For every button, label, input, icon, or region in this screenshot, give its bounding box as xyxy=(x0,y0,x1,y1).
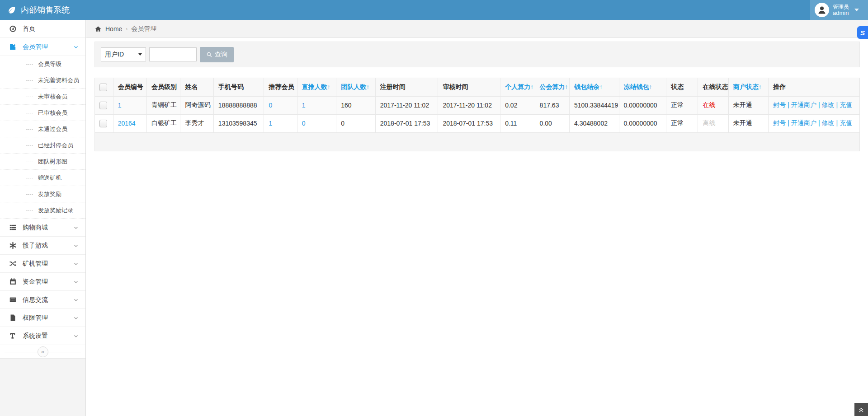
sidebar-subitem-grant-reward[interactable]: 发放奖励 xyxy=(0,186,85,202)
cell-team-count: 0 xyxy=(336,114,375,132)
action-separator: | xyxy=(836,101,838,108)
column-header-guild-power[interactable]: 公会算力↑ xyxy=(535,78,569,96)
action-link-1[interactable]: 开通商户 xyxy=(791,101,816,108)
select-caret-icon xyxy=(138,53,142,56)
action-link-0[interactable]: 封号 xyxy=(773,101,786,108)
sidebar-subitem-audited-members[interactable]: 已审核会员 xyxy=(0,105,85,121)
action-link-0[interactable]: 封号 xyxy=(773,119,786,126)
search-type-select[interactable]: 用户ID xyxy=(101,47,146,61)
cell-member-id: 1 xyxy=(113,96,146,114)
double-chevron-up-icon xyxy=(858,407,864,413)
cell-register-time: 2018-07-01 17:53 xyxy=(375,114,438,132)
column-header-frozen-wallet[interactable]: 冻结钱包↑ xyxy=(619,78,666,96)
action-separator: | xyxy=(818,119,820,126)
cell-phone: 18888888888 xyxy=(213,96,264,114)
action-separator: | xyxy=(788,119,789,126)
row-checkbox[interactable] xyxy=(99,120,107,127)
row-checkbox[interactable] xyxy=(99,102,107,109)
sidebar-item-label: 权限管理 xyxy=(23,314,48,322)
sidebar-item-label: 购物商城 xyxy=(23,224,48,232)
cell-audit-time: 2017-11-20 11:02 xyxy=(438,96,500,114)
direct-count-link[interactable]: 1 xyxy=(302,102,306,109)
cell-status: 正常 xyxy=(666,96,698,114)
shuffle-icon xyxy=(9,260,17,267)
column-header-checkbox[interactable] xyxy=(95,78,113,96)
breadcrumb-home-link[interactable]: Home xyxy=(105,25,122,33)
cell-actions: 封号|开通商户|修改|充值 xyxy=(769,96,859,114)
sidebar-item-system-settings[interactable]: 系统设置 xyxy=(0,327,85,345)
table-row: 1青铜矿工阿奇源码18888888888011602017-11-20 11:0… xyxy=(95,96,859,114)
chevron-down-icon xyxy=(854,9,859,11)
sidebar-item-shop[interactable]: 购物商城 xyxy=(0,219,85,237)
column-header-direct-count[interactable]: 直推人数↑ xyxy=(297,78,336,96)
search-input[interactable] xyxy=(149,47,197,61)
cell-guild-power: 817.63 xyxy=(535,96,569,114)
select-all-checkbox[interactable] xyxy=(99,84,107,91)
cell-merchant-status: 未开通 xyxy=(728,114,768,132)
chevron-down-icon xyxy=(73,261,79,266)
member-id-link[interactable]: 1 xyxy=(118,102,122,109)
sidebar-menu: 首页会员管理会员等级未完善资料会员未审核会员已审核会员未通过会员已经封停会员团队… xyxy=(0,20,85,345)
dashboard-icon xyxy=(9,25,17,33)
search-button-label: 查询 xyxy=(215,51,227,59)
column-header-member-id: 会员编号 xyxy=(113,78,146,96)
user-menu[interactable]: 管理员 admin xyxy=(810,0,868,20)
sidebar-subitem-banned-members[interactable]: 已经封停会员 xyxy=(0,137,85,154)
referrer-link[interactable]: 0 xyxy=(269,102,272,109)
sidebar-item-members[interactable]: 会员管理 xyxy=(0,38,85,56)
action-separator: | xyxy=(836,119,838,126)
cell-referrer: 0 xyxy=(264,96,297,114)
text-height-icon xyxy=(9,332,17,340)
sidebar-item-miner-management[interactable]: 矿机管理 xyxy=(0,255,85,273)
column-header-audit-time: 审核时间 xyxy=(438,78,500,96)
sidebar-item-permission-management[interactable]: 权限管理 xyxy=(0,309,85,327)
sidebar-subitem-gift-miner[interactable]: 赠送矿机 xyxy=(0,170,85,186)
member-id-link[interactable]: 20164 xyxy=(118,120,136,127)
sidebar-item-home[interactable]: 首页 xyxy=(0,20,85,38)
direct-count-link[interactable]: 0 xyxy=(302,120,306,127)
newspaper-icon xyxy=(9,296,17,304)
referrer-link[interactable]: 1 xyxy=(269,120,272,127)
cell-referrer: 1 xyxy=(264,114,297,132)
sidebar-item-funds-management[interactable]: 资金管理 xyxy=(0,273,85,291)
sidebar-item-label: 系统设置 xyxy=(23,332,48,340)
user-meta: 管理员 admin xyxy=(833,4,849,16)
sidebar-collapse-button[interactable]: « xyxy=(38,346,48,357)
chevron-down-icon xyxy=(73,333,79,339)
user-icon xyxy=(816,5,827,15)
sidebar-subitem-incomplete-profile-members[interactable]: 未完善资料会员 xyxy=(0,72,85,89)
action-link-3[interactable]: 充值 xyxy=(840,101,852,108)
action-separator: | xyxy=(788,101,789,108)
column-header-wallet-balance[interactable]: 钱包结余↑ xyxy=(570,78,619,96)
cell-frozen-wallet: 0.00000000 xyxy=(619,96,666,114)
sidebar-subitem-member-levels[interactable]: 会员等级 xyxy=(0,56,85,72)
action-link-3[interactable]: 充值 xyxy=(840,119,852,126)
action-link-2[interactable]: 修改 xyxy=(822,119,835,126)
chevron-down-icon xyxy=(73,44,79,50)
sidebar-subitem-unaudited-members[interactable]: 未审核会员 xyxy=(0,89,85,105)
search-button[interactable]: 查询 xyxy=(200,47,234,62)
action-link-2[interactable]: 修改 xyxy=(822,101,835,108)
cell-team-count: 160 xyxy=(336,96,375,114)
cell-wallet-balance: 4.30488002 xyxy=(570,114,619,132)
sidebar-item-message-exchange[interactable]: 信息交流 xyxy=(0,291,85,309)
column-header-personal-power[interactable]: 个人算力↑ xyxy=(500,78,535,96)
sidebar: 首页会员管理会员等级未完善资料会员未审核会员已审核会员未通过会员已经封停会员团队… xyxy=(0,20,86,416)
column-header-team-count[interactable]: 团队人数↑ xyxy=(336,78,375,96)
chevron-down-icon xyxy=(73,243,79,248)
chevron-down-icon xyxy=(73,297,79,303)
content: 用户ID 查询 会员编号会员级别姓名手机号码推荐会员直推人数↑团队人数↑注册时间… xyxy=(86,38,868,155)
sidebar-subitem-grant-reward-records[interactable]: 发放奖励记录 xyxy=(0,202,85,219)
extension-badge-icon[interactable]: S xyxy=(857,26,868,39)
sidebar-subitem-team-tree[interactable]: 团队树形图 xyxy=(0,154,85,170)
back-to-top-button[interactable] xyxy=(854,403,868,416)
column-header-referrer: 推荐会员 xyxy=(264,78,297,96)
breadcrumb-current: 会员管理 xyxy=(131,25,156,33)
column-header-merchant-status[interactable]: 商户状态↑ xyxy=(728,78,768,96)
members-table-panel: 会员编号会员级别姓名手机号码推荐会员直推人数↑团队人数↑注册时间审核时间个人算力… xyxy=(94,78,860,151)
sidebar-subitem-rejected-members[interactable]: 未通过会员 xyxy=(0,121,85,137)
cell-direct-count: 0 xyxy=(297,114,336,132)
action-link-1[interactable]: 开通商户 xyxy=(791,119,816,126)
sidebar-item-dice-game[interactable]: 骰子游戏 xyxy=(0,237,85,255)
members-table: 会员编号会员级别姓名手机号码推荐会员直推人数↑团队人数↑注册时间审核时间个人算力… xyxy=(95,78,859,133)
